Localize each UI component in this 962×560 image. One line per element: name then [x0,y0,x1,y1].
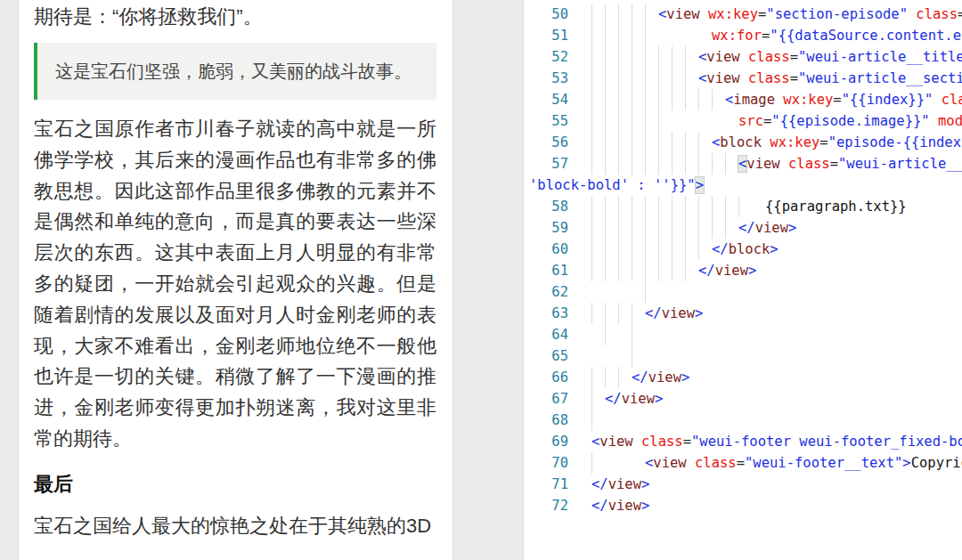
code-token: "weui-article__title" [798,49,962,65]
indent-guide [618,46,619,68]
code-token: 'block-bold' : ''}}" [529,177,696,193]
code-cell[interactable]: <view wx:key="section-episode" class= [591,4,962,25]
code-token: view [666,6,708,22]
code-cell[interactable]: </view> [591,495,649,516]
code-token: < [698,49,706,65]
line-number[interactable]: 53 [524,68,568,89]
code-cell[interactable]: </view> [591,367,689,388]
code-cell[interactable]: </block> [591,239,779,260]
code-cell[interactable]: src="{{episode.image}}" mode= [591,110,962,132]
code-token: class [942,92,962,108]
code-token: < [645,455,653,471]
line-number[interactable]: 67 [524,388,568,410]
code-line[interactable]: 58{{paragraph.txt}} [524,196,962,217]
line-number[interactable]: 60 [524,239,568,260]
indent-guide [605,367,606,388]
code-line[interactable]: 62 [524,281,962,303]
code-line[interactable]: 65 [524,345,962,367]
code-line[interactable]: 72</view> [524,495,962,516]
code-line[interactable]: 63</view> [524,303,962,324]
line-number[interactable]: 51 [524,25,568,46]
indent-guide [591,388,592,410]
code-cell[interactable]: <block wx:key="episode-{{index}}" [591,132,962,153]
code-cell[interactable]: <view class="weui-article__p {{paragraph [591,153,962,174]
code-cell[interactable]: </view> [591,260,756,281]
code-line[interactable]: 66</view> [524,367,962,388]
code-cell[interactable]: </view> [591,474,649,495]
indent-guide [591,153,592,174]
code-text: </view> [645,303,703,324]
code-line[interactable]: 55src="{{episode.image}}" mode= [524,110,962,132]
line-number[interactable]: 58 [524,196,568,217]
indent-guide [658,196,659,217]
indent-guide [618,153,619,174]
code-token: class [748,70,790,86]
code-cell[interactable]: <view class="weui-footer weui-footer_fix… [591,431,962,452]
indent-guide [658,217,659,239]
code-line[interactable]: 68 [524,410,962,431]
line-number[interactable]: 54 [524,89,568,110]
line-number[interactable]: 50 [524,4,568,25]
code-line[interactable]: 70<view class="weui-footer__text">Copyri… [524,452,962,474]
code-editor[interactable]: 50<view wx:key="section-episode" class=5… [523,0,962,560]
line-number[interactable]: 56 [524,132,568,153]
line-number[interactable]: 61 [524,260,568,281]
code-cell[interactable]: {{paragraph.txt}} [591,196,907,217]
code-token: image [733,92,783,108]
line-number[interactable]: 68 [524,410,568,431]
line-number[interactable]: 63 [524,303,568,324]
indent-guide [591,196,592,217]
code-token: view [648,369,681,386]
indent-guide [618,217,619,239]
line-number[interactable]: 64 [524,324,568,345]
code-cell[interactable]: 'block-bold' : ''}}"> [591,174,704,196]
indent-guide [605,25,606,46]
code-cell[interactable]: </view> [591,217,796,239]
line-number[interactable]: 57 [524,153,568,174]
indent-guide [605,260,606,281]
code-line[interactable]: 67</view> [524,388,962,410]
indent-guide [725,153,726,174]
indent-guide [685,46,686,68]
line-number[interactable]: 72 [524,495,568,516]
code-cell[interactable]: </view> [591,388,663,410]
line-number[interactable]: 70 [524,452,568,474]
code-token: > [770,241,778,257]
code-line[interactable]: 69<view class="weui-footer weui-footer_f… [524,431,962,452]
code-text: 'block-bold' : ''}}"> [529,174,704,196]
line-number[interactable]: 59 [524,217,568,239]
indent-guide [685,68,686,89]
code-cell[interactable]: <image wx:key="{{index}}" class= [591,89,962,110]
code-line[interactable]: 56<block wx:key="episode-{{index}}" [524,132,962,153]
code-token: class [788,156,830,172]
code-line[interactable]: 51wx:for="{{dataSource.content.episodes}… [524,25,962,46]
indent-guide [605,4,606,25]
code-cell[interactable]: <view class="weui-article__title" [591,46,962,68]
indent-guide [591,217,592,239]
code-line[interactable]: 52<view class="weui-article__title" [524,46,962,68]
code-line[interactable]: 60</block> [524,239,962,260]
code-area[interactable]: 50<view wx:key="section-episode" class=5… [524,4,962,516]
code-line[interactable]: 71</view> [524,474,962,495]
line-number[interactable]: 65 [524,345,568,367]
line-number[interactable]: 69 [524,431,568,452]
code-cell[interactable]: <view class="weui-footer__text">Copyrigh… [591,452,962,474]
line-number[interactable]: 62 [524,281,568,303]
code-line[interactable]: 54<image wx:key="{{index}}" class= [524,89,962,110]
code-cell[interactable]: <view class="weui-article__section" [591,68,962,89]
code-line[interactable]: 64 [524,324,962,345]
code-line[interactable]: 50<view wx:key="section-episode" class= [524,4,962,25]
line-number[interactable]: 71 [524,474,568,495]
line-number[interactable]: 55 [524,110,568,132]
indent-guide [591,4,592,25]
code-line[interactable]: 59</view> [524,217,962,239]
indent-guide [605,324,606,345]
code-line[interactable]: 61</view> [524,260,962,281]
code-line[interactable]: 57<view class="weui-article__p {{paragra… [524,153,962,174]
code-cell[interactable]: wx:for="{{dataSource.content.episodes}}" [591,25,962,46]
code-line-wrap[interactable]: 'block-bold' : ''}}"> [524,174,962,196]
code-line[interactable]: 53<view class="weui-article__section" [524,68,962,89]
line-number[interactable]: 66 [524,367,568,388]
code-cell[interactable]: </view> [591,303,703,324]
line-number[interactable]: 52 [524,46,568,68]
